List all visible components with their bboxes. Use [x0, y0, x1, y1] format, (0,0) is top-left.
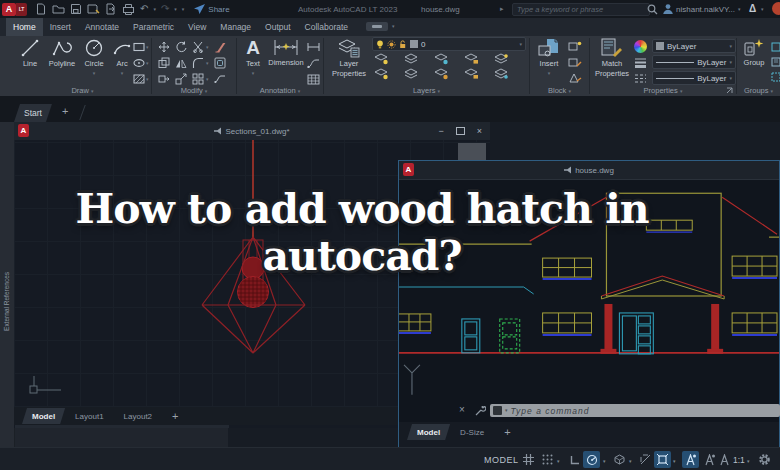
save-as-icon[interactable] [87, 3, 100, 15]
text-tool[interactable]: A Text ▾ [241, 37, 265, 77]
modify-panel-label[interactable]: Modify ▾ [152, 86, 236, 95]
properties-panel-label[interactable]: Properties ▾ [590, 86, 736, 95]
new-drawing-tab-button[interactable]: + [62, 106, 68, 117]
help-badge-icon[interactable] [772, 2, 780, 15]
scale-value[interactable]: 1:1 [733, 455, 745, 465]
ellipse-tool[interactable]: ▾ [133, 58, 149, 68]
ribbon-tab-parametric[interactable]: Parametric [126, 18, 181, 36]
export-icon[interactable] [105, 3, 117, 15]
group-tool[interactable]: Group [739, 39, 769, 67]
polar-tracking-icon[interactable] [583, 451, 600, 468]
isometric-caret-icon[interactable]: ▾ [629, 458, 632, 464]
user-name[interactable]: nishant.naikVY... [676, 5, 735, 14]
copy-icon[interactable] [158, 57, 170, 69]
layer-freeze-icon[interactable] [434, 53, 449, 65]
ribbon-tab-view[interactable]: View [181, 18, 213, 36]
osnap-caret-icon[interactable]: ▾ [673, 458, 676, 464]
annotation-scale-icon[interactable] [716, 451, 733, 468]
linetype-icon[interactable] [634, 73, 647, 84]
draw-panel-label[interactable]: Draw ▾ [14, 86, 151, 95]
join-icon[interactable] [214, 73, 226, 85]
lineweight-dropdown[interactable]: ByLayer ▾ [652, 55, 736, 69]
redo-caret-icon[interactable]: ▾ [174, 7, 177, 12]
new-file-icon[interactable] [35, 3, 47, 15]
ribbon-tab-annotate[interactable]: Annotate [78, 18, 126, 36]
sections-tab-layout1[interactable]: Layout1 [65, 408, 113, 424]
ribbon-toggle-caret-icon[interactable]: ▾ [392, 24, 395, 29]
rectangle-tool[interactable]: ▾ [133, 42, 149, 52]
line-tool[interactable]: Line [16, 38, 44, 68]
object-snap-tracking-icon[interactable] [637, 451, 654, 468]
customization-gear-icon[interactable] [756, 451, 773, 468]
trim-icon[interactable] [192, 41, 204, 53]
minimize-icon[interactable]: − [438, 126, 443, 136]
ortho-mode-icon[interactable] [566, 451, 583, 468]
lineweight-icon[interactable] [634, 57, 647, 68]
open-folder-icon[interactable] [52, 3, 65, 15]
sections-window-titlebar[interactable]: Sections_01.dwg* A − × [14, 122, 490, 141]
layer-isolate-icon[interactable] [404, 53, 419, 65]
plot-icon[interactable] [122, 3, 135, 15]
search-arrow-icon[interactable]: ▸ [500, 5, 504, 13]
array-caret-icon[interactable]: ▾ [206, 77, 209, 82]
ribbon-display-toggle[interactable] [366, 22, 388, 31]
house-viewport[interactable] [399, 179, 779, 404]
save-icon[interactable] [70, 3, 82, 15]
layer-dropdown[interactable]: 0 ▾ [372, 37, 526, 51]
sections-add-layout-button[interactable]: + [172, 410, 178, 422]
house-tab-dsize[interactable]: D-Size [450, 424, 494, 440]
create-block-icon[interactable] [568, 41, 582, 52]
layer-walk-icon[interactable] [404, 68, 419, 80]
isometric-drafting-icon[interactable] [611, 451, 628, 468]
annotation-visibility-icon[interactable] [682, 451, 699, 468]
maximize-icon[interactable] [456, 127, 465, 135]
external-references-palette[interactable]: External References [0, 122, 15, 447]
layer-off-icon[interactable] [374, 53, 389, 65]
undo-icon[interactable]: ↶ [140, 4, 148, 14]
dimension-style-icon[interactable] [307, 42, 320, 52]
linetype-dropdown[interactable]: ByLayer ▾ [652, 71, 736, 85]
autodesk-triangle-icon[interactable]: Δ [749, 3, 756, 14]
trim-caret-icon[interactable]: ▾ [206, 45, 209, 50]
move-icon[interactable] [158, 41, 170, 53]
circle-tool[interactable]: Circle ▾ [80, 38, 108, 77]
redo-icon[interactable]: ↷ [161, 4, 169, 14]
object-snap-icon[interactable] [654, 451, 671, 468]
user-caret-icon[interactable]: ▾ [738, 7, 741, 12]
polar-caret-icon[interactable]: ▾ [603, 458, 606, 464]
fillet-icon[interactable] [192, 57, 204, 69]
ribbon-tab-home[interactable]: Home [6, 18, 43, 36]
commandline-caret-icon[interactable]: ▾ [505, 408, 508, 413]
ribbon-tab-insert[interactable]: Insert [43, 18, 78, 36]
offset-icon[interactable] [214, 57, 226, 69]
table-icon[interactable] [307, 74, 320, 85]
hatch-tool[interactable]: ▾ [133, 74, 149, 84]
snap-mode-icon[interactable] [539, 451, 556, 468]
stretch-icon[interactable] [158, 73, 170, 85]
scale-icon[interactable] [175, 73, 187, 85]
model-space-label[interactable]: MODEL [484, 455, 519, 465]
layer-unlock-all-icon[interactable] [464, 68, 479, 80]
house-tab-model[interactable]: Model [407, 424, 450, 440]
snap-caret-icon[interactable]: ▾ [557, 458, 560, 464]
arc-tool[interactable]: Arc ▾ [110, 38, 134, 77]
undo-caret-icon[interactable]: ▾ [153, 7, 156, 12]
close-icon[interactable]: × [477, 126, 482, 136]
groups-panel-label[interactable]: Groups ▾ [737, 86, 780, 95]
sections-tab-model[interactable]: Model [22, 408, 65, 424]
block-attributes-icon[interactable] [568, 73, 582, 84]
group-select-icon[interactable] [771, 72, 780, 82]
insert-block-tool[interactable]: Insert ▾ [534, 38, 564, 77]
scale-caret-icon[interactable]: ▾ [747, 458, 750, 464]
search-icon[interactable] [647, 4, 658, 15]
ungroup-icon[interactable] [771, 42, 780, 52]
ribbon-tab-output[interactable]: Output [258, 18, 298, 36]
layer-thaw-icon[interactable] [434, 68, 449, 80]
autocad-logo[interactable]: A LT [2, 3, 27, 16]
object-color-dropdown[interactable]: ByLayer ▾ [652, 39, 736, 53]
user-icon[interactable] [662, 3, 674, 15]
match-properties-tool[interactable]: Match Properties [594, 38, 630, 78]
commandline-close-icon[interactable]: × [459, 405, 465, 415]
color-wheel-icon[interactable] [634, 40, 647, 53]
group-edit-icon[interactable] [771, 57, 780, 67]
